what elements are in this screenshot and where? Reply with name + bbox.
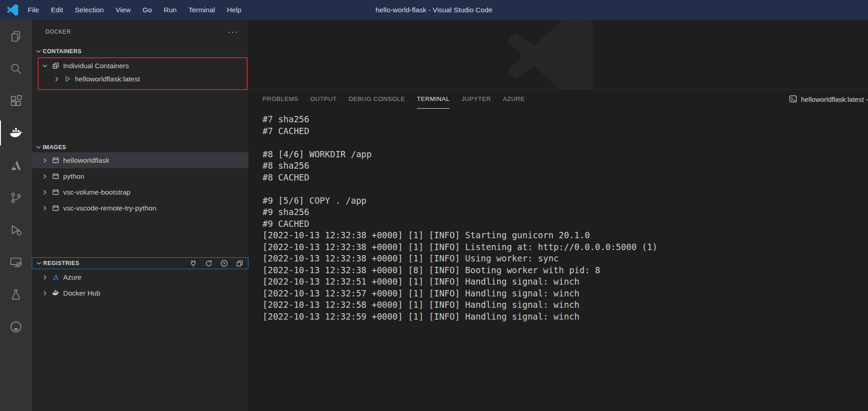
terminal-icon <box>789 95 797 103</box>
vscode-window: File Edit Selection View Go Run Terminal… <box>0 0 868 411</box>
terminal-picker[interactable]: helloworldflask:latest - <box>789 90 868 109</box>
docker-image-icon <box>52 156 60 164</box>
activity-remote-explorer[interactable] <box>0 246 32 278</box>
container-running-icon <box>64 75 71 83</box>
activity-explorer[interactable] <box>0 20 32 52</box>
images-tree: helloworldflask python vsc-volume-bootst… <box>32 152 248 216</box>
chevron-down-icon <box>35 260 43 267</box>
sidebar-title: DOCKER <box>45 29 71 35</box>
menu-run[interactable]: Run <box>158 0 182 20</box>
section-images-label: IMAGES <box>43 144 66 150</box>
windows-copy-icon[interactable] <box>236 260 243 267</box>
chevron-down-icon <box>35 48 43 55</box>
tree-item-helloworldflask-container[interactable]: helloworldflask:latest <box>32 72 248 85</box>
tree-item-label: Docker Hub <box>63 289 100 297</box>
menu-go[interactable]: Go <box>137 0 158 20</box>
activity-github[interactable] <box>0 311 32 343</box>
docker-image-icon <box>52 204 60 212</box>
chevron-down-icon[interactable] <box>41 62 49 70</box>
tree-item-image-vsc-volume-bootstrap[interactable]: vsc-volume-bootstrap <box>32 184 248 200</box>
menu-edit[interactable]: Edit <box>45 0 69 20</box>
title-bar: File Edit Selection View Go Run Terminal… <box>0 0 868 20</box>
registries-tree: Azure Docker Hub <box>32 269 248 301</box>
terminal-output[interactable]: #7 sha256 #7 CACHED #8 [4/6] WORKDIR /ap… <box>248 109 868 411</box>
tab-azure[interactable]: AZURE <box>503 90 525 109</box>
remote-explorer-icon <box>9 256 23 269</box>
tree-item-image-helloworldflask[interactable]: helloworldflask <box>32 152 248 168</box>
tree-item-image-python[interactable]: python <box>32 168 248 184</box>
section-images[interactable]: IMAGES <box>32 142 248 152</box>
activity-testing[interactable] <box>0 278 32 311</box>
help-icon[interactable]: ? <box>220 260 228 267</box>
beaker-icon <box>9 288 23 301</box>
tree-item-label: helloworldflask <box>63 156 109 165</box>
docker-icon <box>9 126 23 140</box>
azure-icon <box>9 159 23 172</box>
window-title: hello-world-flask - Visual Studio Code <box>376 6 492 14</box>
vscode-logo-icon <box>6 4 18 16</box>
docker-hub-whale-icon <box>52 289 60 297</box>
azure-registry-icon <box>52 273 60 281</box>
chevron-right-icon[interactable] <box>41 157 49 164</box>
tab-jupyter[interactable]: JUPYTER <box>461 90 491 109</box>
explorer-icon <box>9 30 23 43</box>
chevron-right-icon[interactable] <box>41 205 49 212</box>
tree-item-label: Azure <box>63 273 82 281</box>
chevron-right-icon[interactable] <box>41 189 49 196</box>
chevron-right-icon[interactable] <box>41 290 49 297</box>
connect-registry-plug-icon[interactable] <box>189 260 197 267</box>
menu-help[interactable]: Help <box>221 0 248 20</box>
extensions-icon <box>9 94 23 108</box>
tree-item-individual-containers[interactable]: Individual Containers <box>32 59 248 72</box>
docker-image-icon <box>52 188 60 196</box>
tree-item-label: vsc-volume-bootstrap <box>63 188 130 196</box>
containers-tree: Individual Containers helloworldflask:la… <box>32 59 248 85</box>
tab-terminal[interactable]: TERMINAL <box>417 90 450 109</box>
tree-item-label: python <box>63 172 84 180</box>
source-control-icon <box>9 191 23 205</box>
docker-sidebar: DOCKER ··· CONTAINERS <box>32 20 248 411</box>
containers-group-icon <box>52 62 60 70</box>
section-registries[interactable]: REGISTRIES ? <box>32 257 248 269</box>
chevron-right-icon[interactable] <box>41 274 49 281</box>
tree-item-registry-azure[interactable]: Azure <box>32 269 248 285</box>
tree-item-label: vsc-vscode-remote-try-python <box>63 204 156 212</box>
main-area: PROBLEMS OUTPUT DEBUG CONSOLE TERMINAL J… <box>248 20 868 411</box>
activity-source-control[interactable] <box>0 181 32 214</box>
menu-file[interactable]: File <box>22 0 45 20</box>
vscode-watermark-icon <box>502 20 593 89</box>
tab-problems[interactable]: PROBLEMS <box>263 90 298 109</box>
section-containers[interactable]: CONTAINERS <box>32 46 248 56</box>
tab-debug-console[interactable]: DEBUG CONSOLE <box>349 90 405 109</box>
menu-terminal[interactable]: Terminal <box>183 0 221 20</box>
run-debug-icon <box>9 223 23 237</box>
editor-area <box>248 20 868 89</box>
registries-toolbar: ? <box>189 260 243 267</box>
activity-azure[interactable] <box>0 149 32 181</box>
svg-text:?: ? <box>223 261 226 266</box>
menu-view[interactable]: View <box>109 0 136 20</box>
tab-output[interactable]: OUTPUT <box>310 90 337 109</box>
chevron-right-icon[interactable] <box>41 173 49 180</box>
menu-selection[interactable]: Selection <box>69 0 110 20</box>
panel-tab-bar: PROBLEMS OUTPUT DEBUG CONSOLE TERMINAL J… <box>248 90 868 109</box>
search-icon <box>9 62 23 75</box>
section-containers-label: CONTAINERS <box>43 48 82 55</box>
github-icon <box>9 320 23 334</box>
panel: PROBLEMS OUTPUT DEBUG CONSOLE TERMINAL J… <box>248 89 868 411</box>
chevron-right-icon[interactable] <box>53 75 61 83</box>
chevron-down-icon <box>35 144 43 151</box>
tree-item-image-vsc-vscode-remote-try-python[interactable]: vsc-vscode-remote-try-python <box>32 200 248 216</box>
activity-run-debug[interactable] <box>0 214 32 246</box>
tree-item-label: helloworldflask:latest <box>75 75 140 83</box>
more-actions-icon[interactable]: ··· <box>228 30 238 34</box>
activity-docker[interactable] <box>0 117 32 149</box>
tree-item-registry-docker-hub[interactable]: Docker Hub <box>32 285 248 301</box>
activity-search[interactable] <box>0 52 32 85</box>
activity-extensions[interactable] <box>0 85 32 117</box>
section-registries-label: REGISTRIES <box>43 260 79 266</box>
refresh-icon[interactable] <box>205 260 213 267</box>
docker-image-icon <box>52 172 60 180</box>
tree-item-label: Individual Containers <box>63 62 129 70</box>
sidebar-header: DOCKER ··· <box>32 20 248 44</box>
